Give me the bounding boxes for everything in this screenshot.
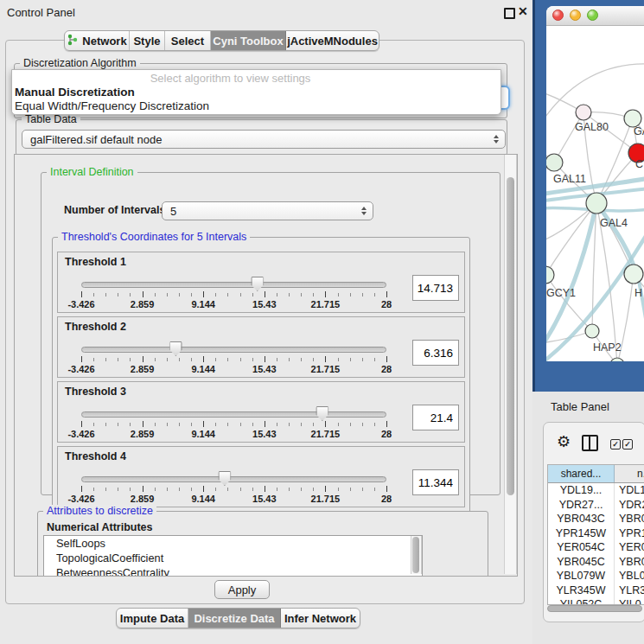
slider-thumb[interactable] xyxy=(316,406,328,421)
algorithm-option[interactable]: Manual Discretization xyxy=(13,86,500,99)
tick-mark xyxy=(386,421,387,427)
tab-style[interactable]: Style xyxy=(130,31,165,50)
slider-track[interactable] xyxy=(81,411,386,418)
threshold-panel: Threshold 4 -3.4262.8599.14415.4321.7152… xyxy=(57,446,465,507)
tab-infer-network[interactable]: Infer Network xyxy=(281,609,360,628)
network-node-label: C xyxy=(635,158,643,170)
network-node[interactable] xyxy=(624,110,641,127)
attributes-list-scrollbar[interactable] xyxy=(411,536,422,574)
table-cell: YIL052C xyxy=(548,597,615,605)
table-column-header[interactable]: shared... xyxy=(548,465,615,482)
threshold-slider[interactable]: -3.4262.8599.14415.4321.71528 xyxy=(81,406,386,441)
tick-mark xyxy=(143,356,143,362)
threshold-panel: Threshold 3 -3.4262.8599.14415.4321.7152… xyxy=(57,381,465,443)
slider-track[interactable] xyxy=(81,476,386,482)
checkbox-icon[interactable]: ✓ xyxy=(610,439,621,450)
threshold-value-input[interactable] xyxy=(412,275,459,301)
num-intervals-label: Number of Intervals xyxy=(64,204,165,216)
network-node[interactable] xyxy=(586,193,607,214)
table-row[interactable]: YBR043CYBR0 xyxy=(548,512,644,526)
network-node[interactable] xyxy=(624,265,643,284)
network-window[interactable]: GAL80GACGAL11GAL4GCY1HHAP2 xyxy=(546,6,644,361)
attribute-list-item[interactable]: SelfLoops xyxy=(44,536,422,551)
tab-select[interactable]: Select xyxy=(165,31,211,50)
algorithm-options: Manual DiscretizationEqual Width/Frequen… xyxy=(13,86,500,113)
table-row[interactable]: YDR27...YDR2 xyxy=(548,498,644,513)
table-row[interactable]: YIL052CYIL0 xyxy=(548,597,644,605)
node-attribute-table[interactable]: shared...n... YDL19...YDL1YDR27...YDR2YB… xyxy=(547,464,644,605)
tick-mark xyxy=(265,486,265,492)
slider-thumb[interactable] xyxy=(169,341,182,356)
tick-mark xyxy=(93,488,94,491)
table-hscrollbar-thumb[interactable] xyxy=(547,605,642,612)
tick-mark xyxy=(215,358,216,361)
table-column-header[interactable]: n... xyxy=(615,465,644,482)
threshold-value-input[interactable] xyxy=(412,340,459,366)
mac-zoom-button[interactable] xyxy=(587,10,598,21)
network-node[interactable] xyxy=(576,105,591,120)
threshold-label: Threshold 3 xyxy=(65,386,126,398)
table-data-combobox[interactable]: galFiltered.sif default node xyxy=(22,130,506,149)
tab-network[interactable]: Network xyxy=(65,31,130,50)
tick-label: 28 xyxy=(381,494,392,504)
threshold-value-input[interactable] xyxy=(412,469,459,495)
slider-track[interactable] xyxy=(81,282,386,288)
slider-ticks xyxy=(81,420,386,429)
attribute-list-item[interactable]: TopologicalCoefficient xyxy=(44,551,422,565)
attribute-list-item[interactable]: BetweennessCentrality xyxy=(44,565,422,577)
close-icon[interactable]: ✕ xyxy=(518,4,528,18)
table-data-group: Table Data galFiltered.sif default node xyxy=(16,119,507,156)
settings-scrollbar[interactable] xyxy=(504,155,517,574)
table-row[interactable]: YPR145WYPR1 xyxy=(548,526,644,541)
threshold-slider[interactable]: -3.4262.8599.14415.4321.71528 xyxy=(81,277,386,311)
algorithm-option[interactable]: Equal Width/Frequency Discretization xyxy=(13,99,500,113)
slider-tick-labels: -3.4262.8599.14415.4321.71528 xyxy=(81,429,386,439)
gear-icon[interactable]: ⚙ xyxy=(557,434,571,450)
network-node-label: GAL4 xyxy=(600,217,628,229)
tick-mark xyxy=(252,293,253,296)
tab-jactivemnodules[interactable]: jActiveMNodules xyxy=(286,31,379,50)
num-intervals-combobox[interactable]: 5 xyxy=(162,201,373,220)
checkbox-icon[interactable]: ✓ xyxy=(622,439,633,450)
table-row[interactable]: YBL079WYBL0 xyxy=(548,569,644,583)
tab-cyni-toolbox[interactable]: Cyni Toolbox xyxy=(211,31,286,50)
tick-label: -3.426 xyxy=(67,299,94,309)
table-row[interactable]: YBR045CYBR0 xyxy=(548,555,644,570)
apply-button[interactable]: Apply xyxy=(214,580,270,599)
tick-label: 9.144 xyxy=(191,299,215,309)
network-graph[interactable]: GAL80GACGAL11GAL4GCY1HHAP2 xyxy=(546,26,644,361)
mac-minimize-button[interactable] xyxy=(570,10,581,21)
table-cell: YLR3 xyxy=(615,583,644,598)
table-row[interactable]: YDL19...YDL1 xyxy=(548,483,644,498)
tick-mark xyxy=(350,488,351,491)
mac-close-button[interactable] xyxy=(552,10,564,21)
slider-track[interactable] xyxy=(81,347,386,353)
combo-arrows-icon xyxy=(361,207,367,215)
threshold-slider[interactable]: -3.4262.8599.14415.4321.71528 xyxy=(81,341,386,376)
table-row[interactable]: YLR345WYLR3 xyxy=(548,583,644,598)
numerical-attributes-list[interactable]: SelfLoopsTopologicalCoefficientBetweenne… xyxy=(43,535,423,577)
slider-thumb[interactable] xyxy=(251,277,264,291)
tab-impute-data[interactable]: Impute Data xyxy=(117,609,188,628)
network-node[interactable] xyxy=(546,266,554,284)
tab-label: Impute Data xyxy=(120,612,184,625)
tick-mark xyxy=(203,421,204,427)
column-chooser-icon[interactable] xyxy=(582,435,598,451)
network-node[interactable] xyxy=(546,154,563,171)
network-node[interactable] xyxy=(585,324,599,338)
settings-scrollbar-thumb[interactable] xyxy=(507,177,514,495)
slider-thumb[interactable] xyxy=(218,471,231,486)
combo-arrows-icon xyxy=(494,135,499,143)
threshold-slider[interactable]: -3.4262.8599.14415.4321.71528 xyxy=(81,471,386,506)
tab-discretize-data[interactable]: Discretize Data xyxy=(188,609,281,628)
tick-mark xyxy=(143,421,143,427)
tick-mark xyxy=(227,488,228,491)
tick-mark xyxy=(130,488,131,491)
float-panel-icon[interactable] xyxy=(504,8,515,19)
tick-mark xyxy=(325,291,326,297)
tick-mark xyxy=(252,358,253,361)
table-row[interactable]: YER054CYER0 xyxy=(548,540,644,555)
attributes-scrollbar-thumb[interactable] xyxy=(412,537,419,573)
network-canvas[interactable]: GAL80GACGAL11GAL4GCY1HHAP2 xyxy=(546,26,644,361)
threshold-value-input[interactable] xyxy=(412,405,459,430)
